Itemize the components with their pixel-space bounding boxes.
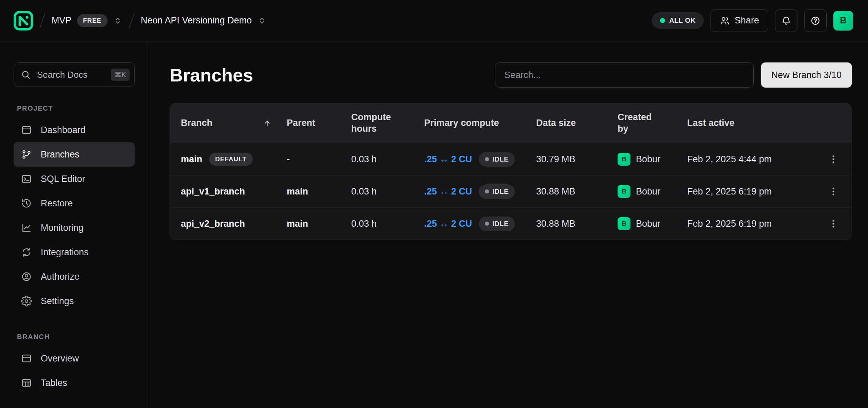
branch-selector[interactable]: Neon API Versioning Demo (141, 15, 267, 26)
data-size: 30.88 MB (536, 219, 618, 229)
sidebar-item-label: SQL Editor (41, 174, 85, 184)
column-header-created-by[interactable]: Created by (618, 112, 687, 135)
notifications-button[interactable] (775, 10, 797, 32)
primary-compute-link[interactable]: .25 ↔ 2 CU (424, 186, 472, 197)
parent-branch: - (287, 154, 351, 165)
last-active: Feb 2, 2025 6:19 pm (687, 186, 822, 197)
settings-icon (21, 296, 32, 307)
share-button[interactable]: Share (711, 10, 768, 32)
plan-badge: FREE (77, 14, 108, 27)
compute-status-badge: IDLE (479, 152, 515, 167)
status-badge[interactable]: ALL OK (652, 12, 704, 29)
sidebar-item-overview[interactable]: Overview (14, 346, 135, 371)
section-label-project: PROJECT (17, 105, 135, 112)
search-docs-input[interactable]: Search Docs ⌘K (14, 62, 135, 87)
table-row[interactable]: api_v1_branch main 0.03 h .25 ↔ 2 CU IDL… (170, 175, 851, 207)
section-label-branch: BRANCH (17, 333, 135, 341)
status-ok-dot-icon (660, 18, 665, 23)
column-label: Created by (618, 112, 658, 135)
column-label: Branch (181, 117, 212, 129)
header-actions: ALL OK Share B (652, 10, 853, 32)
creator-name: Bobur (636, 154, 660, 165)
neon-logo-icon (14, 11, 33, 31)
sidebar-item-label: Branches (41, 149, 79, 160)
compute-hours: 0.03 h (351, 219, 424, 229)
data-size: 30.79 MB (536, 154, 618, 165)
branch-search-input[interactable] (495, 62, 754, 88)
monitoring-icon (21, 222, 32, 233)
branch-name[interactable]: api_v1_branch (181, 186, 245, 197)
row-menu-button[interactable] (826, 152, 841, 166)
sidebar-item-label: Authorize (41, 272, 79, 282)
breadcrumb-separator (39, 13, 45, 28)
sidebar-item-settings[interactable]: Settings (14, 289, 135, 313)
top-header: MVP FREE Neon API Versioning Demo ALL OK… (0, 0, 868, 41)
sidebar-item-label: Restore (41, 198, 73, 209)
help-button[interactable] (804, 10, 827, 32)
project-selector[interactable]: MVP FREE (52, 14, 122, 27)
more-vertical-icon (828, 186, 838, 197)
page-header: Branches New Branch 3/10 (170, 62, 852, 88)
branches-table: Branch Parent Compute hours Primary comp… (170, 103, 852, 240)
table-header-row: Branch Parent Compute hours Primary comp… (170, 104, 851, 143)
primary-compute-link[interactable]: .25 ↔ 2 CU (424, 219, 472, 229)
sidebar-item-integrations[interactable]: Integrations (14, 240, 135, 264)
primary-compute-link[interactable]: .25 ↔ 2 CU (424, 154, 472, 165)
column-header-data-size[interactable]: Data size (536, 117, 618, 129)
sidebar-item-label: Overview (41, 353, 79, 364)
people-icon (720, 16, 730, 26)
sidebar-item-authorize[interactable]: Authorize (14, 264, 135, 289)
search-icon (21, 70, 31, 80)
tables-icon (21, 377, 32, 388)
table-row[interactable]: api_v2_branch main 0.03 h .25 ↔ 2 CU IDL… (170, 207, 851, 240)
column-header-last-active[interactable]: Last active (687, 117, 822, 129)
default-badge: DEFAULT (209, 153, 253, 166)
creator-name: Bobur (636, 186, 660, 197)
sidebar-item-branches[interactable]: Branches (14, 142, 135, 167)
sidebar-item-label: Settings (41, 296, 74, 307)
row-menu-button[interactable] (826, 217, 841, 231)
more-vertical-icon (828, 154, 838, 164)
keyboard-shortcut-badge: ⌘K (111, 69, 130, 81)
row-menu-button[interactable] (826, 184, 841, 199)
compute-status-label: IDLE (492, 188, 509, 196)
neon-logo[interactable] (14, 11, 33, 31)
creator-avatar: B (618, 153, 630, 166)
page-actions: New Branch 3/10 (495, 62, 852, 88)
chevron-updown-icon (257, 16, 267, 25)
bell-icon (781, 16, 791, 26)
sidebar-item-label: Integrations (41, 247, 89, 258)
column-header-primary-compute[interactable]: Primary compute (424, 117, 536, 129)
branch-name[interactable]: api_v2_branch (181, 219, 245, 229)
sidebar-item-label: Tables (41, 378, 67, 388)
sidebar-item-dashboard[interactable]: Dashboard (14, 118, 135, 142)
compute-status-label: IDLE (492, 155, 509, 163)
sidebar: Search Docs ⌘K PROJECT Dashboard Branche… (0, 41, 148, 408)
idle-dot-icon (485, 157, 489, 161)
branch-name[interactable]: main (181, 154, 202, 165)
integrations-icon (21, 247, 32, 258)
compute-status-label: IDLE (492, 220, 509, 228)
sidebar-item-monitoring[interactable]: Monitoring (14, 216, 135, 240)
table-row[interactable]: main DEFAULT - 0.03 h .25 ↔ 2 CU IDLE 30… (170, 143, 851, 175)
sidebar-item-restore[interactable]: Restore (14, 191, 135, 216)
creator-name: Bobur (636, 219, 660, 229)
parent-branch: main (287, 219, 351, 229)
column-header-branch[interactable]: Branch (181, 117, 287, 129)
parent-branch: main (287, 186, 351, 197)
column-header-parent[interactable]: Parent (287, 117, 351, 129)
breadcrumb-separator (129, 13, 135, 28)
sidebar-item-tables[interactable]: Tables (14, 371, 135, 395)
last-active: Feb 2, 2025 6:19 pm (687, 219, 822, 229)
compute-status-badge: IDLE (479, 217, 515, 231)
sidebar-item-sql-editor[interactable]: SQL Editor (14, 167, 135, 191)
overview-icon (21, 353, 32, 364)
authorize-icon (21, 271, 32, 282)
sql-editor-icon (21, 173, 32, 184)
column-header-compute-hours[interactable]: Compute hours (351, 112, 424, 135)
main-content: Branches New Branch 3/10 Branch Parent C… (148, 41, 868, 408)
new-branch-button[interactable]: New Branch 3/10 (761, 62, 852, 88)
question-icon (810, 16, 820, 26)
project-name: MVP (52, 15, 72, 26)
user-avatar[interactable]: B (833, 11, 853, 31)
